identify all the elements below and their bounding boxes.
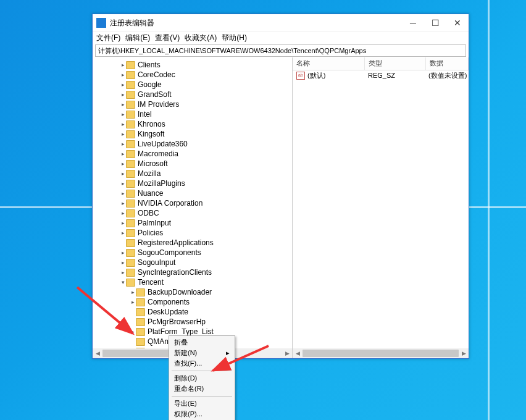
context-menu-item[interactable]: 导出(E)	[170, 398, 233, 409]
values-scrollbar-h[interactable]: ◀ ▶	[293, 348, 469, 358]
menu-favorites[interactable]: 收藏夹(A)	[185, 33, 217, 43]
expand-icon[interactable]: ▸	[120, 198, 126, 208]
tree-item[interactable]: ▸PalmInput	[93, 218, 292, 228]
tree-item-label: PalmInput	[138, 218, 173, 228]
tree-item[interactable]: ▸Google	[93, 80, 292, 90]
tree-item[interactable]: ▸Policies	[93, 228, 292, 238]
tree-item-label: SogouInput	[138, 258, 178, 267]
tree-item[interactable]: ▸IM Providers	[93, 99, 292, 109]
tree-item[interactable]: ▸BackupDownloader	[93, 287, 292, 297]
address-bar[interactable]: 计算机\HKEY_LOCAL_MACHINE\SOFTWARE\WOW6432N…	[95, 44, 466, 57]
tree-item[interactable]: ▸Components	[93, 297, 292, 307]
tree-item[interactable]: PcMgrBrowserHp	[93, 317, 292, 327]
expand-icon[interactable]: ▸	[120, 99, 126, 109]
expand-icon[interactable]: ▸	[130, 287, 136, 297]
tree-item[interactable]: ▸Intel	[93, 109, 292, 119]
expand-icon[interactable]: ▸	[120, 169, 126, 178]
minimize-button[interactable]: ─	[402, 14, 424, 32]
expand-icon[interactable]: ▸	[120, 218, 126, 228]
tree-item[interactable]: ▸SogouInput	[93, 258, 292, 267]
expand-icon[interactable]: ▸	[120, 178, 126, 188]
tree-item-label: Intel	[138, 109, 154, 119]
tree-item[interactable]: ▸GrandSoft	[93, 90, 292, 99]
menu-edit[interactable]: 编辑(E)	[125, 33, 150, 43]
expand-icon[interactable]: ▸	[120, 109, 126, 119]
expand-icon[interactable]: ▸	[130, 327, 136, 337]
col-data[interactable]: 数据	[426, 57, 469, 70]
tree-item-label: Clients	[138, 60, 163, 70]
expand-icon[interactable]: ▸	[130, 297, 136, 307]
expand-icon[interactable]: ▸	[120, 258, 126, 267]
scroll-left-icon[interactable]: ◀	[293, 348, 303, 358]
maximize-button[interactable]: ☐	[424, 14, 446, 32]
expand-icon[interactable]: ▸	[120, 90, 126, 99]
context-menu-item[interactable]: 折叠	[170, 337, 233, 348]
menu-help[interactable]: 帮助(H)	[222, 33, 247, 43]
tree-item-label: Google	[138, 80, 164, 90]
expand-icon[interactable]: ▸	[120, 228, 126, 238]
values-header[interactable]: 名称 类型 数据	[293, 57, 469, 70]
menu-view[interactable]: 查看(V)	[155, 33, 180, 43]
context-menu-item[interactable]: 权限(P)...	[170, 409, 233, 419]
tree-item[interactable]: DeskUpdate	[93, 307, 292, 317]
values-pane[interactable]: 名称 类型 数据 ab (默认) REG_SZ (数值未设置) ◀ ▶	[293, 57, 469, 358]
context-menu-item[interactable]: 新建(N)▸	[170, 348, 233, 358]
scroll-right-icon[interactable]: ▶	[459, 348, 469, 358]
scroll-left-icon[interactable]: ◀	[93, 348, 102, 358]
expand-icon[interactable]: ▸	[120, 188, 126, 198]
context-menu-item[interactable]: 重命名(R)	[170, 384, 233, 394]
expand-icon[interactable]: ▸	[120, 139, 126, 149]
expand-icon[interactable]: ▸	[120, 248, 126, 258]
tree-item[interactable]: ▸CoreCodec	[93, 70, 292, 80]
col-name[interactable]: 名称	[293, 57, 365, 70]
tree-item[interactable]: ▸Nuance	[93, 188, 292, 198]
menu-file[interactable]: 文件(F)	[96, 33, 120, 43]
tree-item[interactable]: ▸SyncIntegrationClients	[93, 267, 292, 277]
expand-icon[interactable]: ▸	[120, 149, 126, 159]
tree-item-label: GrandSoft	[138, 90, 174, 99]
tree-item[interactable]: ▸NVIDIA Corporation	[93, 198, 292, 208]
tree-item[interactable]: ▸SogouComponents	[93, 248, 292, 258]
tree-item[interactable]: ▸Mozilla	[93, 169, 292, 178]
expand-icon[interactable]: ▸	[120, 159, 126, 169]
expand-icon[interactable]: ▸	[120, 119, 126, 129]
close-button[interactable]: ✕	[446, 14, 469, 32]
expand-icon[interactable]: ▸	[120, 267, 126, 277]
col-type[interactable]: 类型	[365, 57, 426, 70]
tree-item[interactable]: ▸ODBC	[93, 208, 292, 218]
window-title: 注册表编辑器	[110, 18, 402, 28]
folder-icon	[126, 71, 135, 79]
context-menu-item[interactable]: 删除(D)	[170, 373, 233, 384]
scroll-right-icon[interactable]: ▶	[282, 348, 292, 358]
folder-icon	[126, 91, 135, 99]
expand-icon[interactable]: ▸	[120, 70, 126, 80]
expand-icon[interactable]: ▸	[120, 208, 126, 218]
expand-icon[interactable]: ▸	[120, 60, 126, 70]
expand-icon[interactable]: ▸	[120, 129, 126, 139]
context-menu-item[interactable]: 查找(F)...	[170, 358, 233, 369]
folder-icon	[126, 249, 135, 257]
tree-item[interactable]: ▸Kingsoft	[93, 129, 292, 139]
tree-pane[interactable]: ▸Clients▸CoreCodec▸Google▸GrandSoft▸IM P…	[93, 57, 293, 358]
value-type: REG_SZ	[364, 70, 425, 80]
tree-item[interactable]: ▸MozillaPlugins	[93, 178, 292, 188]
tree-item[interactable]: ▸Khronos	[93, 119, 292, 129]
folder-icon	[126, 101, 135, 109]
tree-item[interactable]: RegisteredApplications	[93, 238, 292, 248]
tree-item[interactable]: ▸LiveUpdate360	[93, 139, 292, 149]
menu-item-label: 删除(D)	[174, 373, 197, 384]
folder-icon	[126, 190, 135, 198]
tree-item-label: LiveUpdate360	[138, 139, 190, 149]
titlebar[interactable]: 注册表编辑器 ─ ☐ ✕	[93, 14, 469, 32]
collapse-icon[interactable]: ▾	[120, 277, 126, 287]
tree-item[interactable]: ▸Clients	[93, 60, 292, 70]
expand-icon[interactable]: ▸	[120, 80, 126, 90]
tree-item[interactable]: ▸Macromedia	[93, 149, 292, 159]
regedit-window: 注册表编辑器 ─ ☐ ✕ 文件(F) 编辑(E) 查看(V) 收藏夹(A) 帮助…	[92, 14, 469, 359]
menu-item-label: 重命名(R)	[174, 384, 204, 394]
tree-item[interactable]: ▾Tencent	[93, 277, 292, 287]
tree-item-label: NVIDIA Corporation	[138, 198, 205, 208]
value-row[interactable]: ab (默认) REG_SZ (数值未设置)	[293, 70, 469, 80]
folder-icon	[126, 61, 135, 69]
tree-item[interactable]: ▸Microsoft	[93, 159, 292, 169]
